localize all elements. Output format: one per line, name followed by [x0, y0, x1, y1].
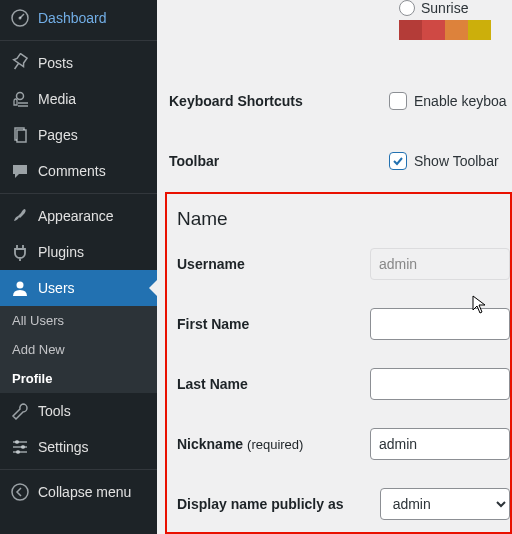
- firstname-label: First Name: [177, 316, 370, 332]
- upper-settings: Sunrise Keyboard Shortcuts Enable keyboa…: [157, 0, 512, 190]
- user-icon: [10, 278, 30, 298]
- wrench-icon: [10, 401, 30, 421]
- firstname-row: First Name: [177, 308, 510, 340]
- sidebar-label: Settings: [38, 439, 89, 455]
- sidebar-label: Media: [38, 91, 76, 107]
- sidebar-label: Dashboard: [38, 10, 107, 26]
- section-title: Name: [177, 208, 510, 230]
- sidebar-item-tools[interactable]: Tools: [0, 393, 157, 429]
- submenu-profile[interactable]: Profile: [0, 364, 157, 393]
- swatch: [422, 20, 445, 40]
- sidebar-label: Tools: [38, 403, 71, 419]
- submenu-add-new[interactable]: Add New: [0, 335, 157, 364]
- toolbar-row: Toolbar Show Toolbar: [169, 140, 512, 182]
- media-icon: [10, 89, 30, 109]
- sidebar-label: Appearance: [38, 208, 114, 224]
- nickname-row: Nickname (required): [177, 428, 510, 460]
- admin-sidebar: Dashboard Posts Media Pages Comments App…: [0, 0, 157, 534]
- nickname-label: Nickname (required): [177, 436, 370, 452]
- checkbox-checked-icon[interactable]: [389, 152, 407, 170]
- svg-point-9: [12, 484, 28, 500]
- svg-point-5: [17, 282, 24, 289]
- displayname-row: Display name publicly as admin: [177, 488, 510, 520]
- sidebar-label: Comments: [38, 163, 106, 179]
- checkbox-icon[interactable]: [389, 92, 407, 110]
- svg-rect-4: [17, 130, 26, 142]
- displayname-select[interactable]: admin: [380, 488, 510, 520]
- swatch: [445, 20, 468, 40]
- username-label: Username: [177, 256, 370, 272]
- svg-point-2: [17, 93, 24, 100]
- sidebar-item-comments[interactable]: Comments: [0, 153, 157, 189]
- sidebar-label: Pages: [38, 127, 78, 143]
- name-section-highlight: Name Username First Name Last Name Nickn…: [165, 192, 512, 534]
- users-submenu: All Users Add New Profile: [0, 306, 157, 393]
- lastname-input[interactable]: [370, 368, 510, 400]
- collapse-icon: [10, 482, 30, 502]
- svg-point-7: [21, 445, 25, 449]
- sidebar-item-media[interactable]: Media: [0, 81, 157, 117]
- sidebar-label: Users: [38, 280, 75, 296]
- displayname-label: Display name publicly as: [177, 496, 380, 512]
- kb-shortcuts-row: Keyboard Shortcuts Enable keyboa: [169, 80, 512, 122]
- tb-checkbox-line[interactable]: Show Toolbar: [389, 152, 499, 170]
- nickname-input[interactable]: [370, 428, 510, 460]
- comment-icon: [10, 161, 30, 181]
- lastname-label: Last Name: [177, 376, 370, 392]
- sidebar-item-users[interactable]: Users: [0, 270, 157, 306]
- pages-icon: [10, 125, 30, 145]
- sidebar-item-plugins[interactable]: Plugins: [0, 234, 157, 270]
- swatch: [468, 20, 491, 40]
- sliders-icon: [10, 437, 30, 457]
- lastname-row: Last Name: [177, 368, 510, 400]
- sidebar-item-appearance[interactable]: Appearance: [0, 198, 157, 234]
- sidebar-item-dashboard[interactable]: Dashboard: [0, 0, 157, 36]
- tb-label: Toolbar: [169, 153, 389, 169]
- sidebar-item-settings[interactable]: Settings: [0, 429, 157, 465]
- kb-checkbox-line[interactable]: Enable keyboa: [389, 92, 507, 110]
- radio-icon[interactable]: [399, 0, 415, 16]
- scheme-name: Sunrise: [421, 0, 468, 16]
- submenu-all-users[interactable]: All Users: [0, 306, 157, 335]
- swatch: [399, 20, 422, 40]
- pin-icon: [10, 53, 30, 73]
- username-input: [370, 248, 510, 280]
- svg-point-8: [16, 450, 20, 454]
- color-scheme-option[interactable]: Sunrise: [399, 0, 512, 16]
- dashboard-icon: [10, 8, 30, 28]
- sidebar-collapse[interactable]: Collapse menu: [0, 474, 157, 510]
- brush-icon: [10, 206, 30, 226]
- sidebar-item-pages[interactable]: Pages: [0, 117, 157, 153]
- svg-point-6: [15, 440, 19, 444]
- color-swatches: [399, 20, 512, 40]
- sidebar-label: Collapse menu: [38, 484, 131, 500]
- tb-option-text: Show Toolbar: [414, 153, 499, 169]
- sidebar-item-posts[interactable]: Posts: [0, 45, 157, 81]
- firstname-input[interactable]: [370, 308, 510, 340]
- svg-point-1: [19, 17, 22, 20]
- username-row: Username: [177, 248, 510, 280]
- sidebar-label: Posts: [38, 55, 73, 71]
- plug-icon: [10, 242, 30, 262]
- sidebar-label: Plugins: [38, 244, 84, 260]
- kb-option-text: Enable keyboa: [414, 93, 507, 109]
- kb-label: Keyboard Shortcuts: [169, 93, 389, 109]
- main-content: Sunrise Keyboard Shortcuts Enable keyboa…: [157, 0, 512, 534]
